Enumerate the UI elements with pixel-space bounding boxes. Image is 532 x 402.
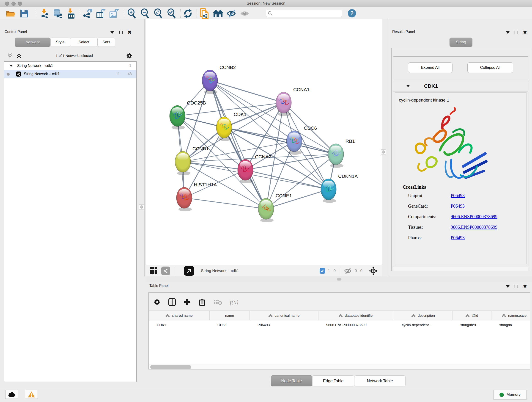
network-node-ccne1[interactable]: CCNE1 [258,193,292,222]
tab-network-table[interactable]: Network Table [354,375,405,386]
tab-select[interactable]: Select [70,38,98,47]
open-session-button[interactable] [6,9,16,18]
results-scrollbar[interactable] [393,267,528,271]
crosslink-link[interactable]: P06493 [451,193,465,198]
close-panel-icon[interactable]: ✖ [128,31,132,34]
collapse-all-button[interactable]: Collapse All [467,62,513,73]
horizontal-splitter-handle[interactable] [337,278,341,281]
table-cell[interactable]: P06493 [250,320,318,330]
save-session-button[interactable] [19,9,29,18]
export-image-button[interactable] [109,9,119,18]
search-box[interactable] [266,10,342,17]
home-layout-button[interactable] [213,9,223,18]
table-row[interactable]: CDK1CDK1P064939606.ENSP00000378699cyclin… [149,320,530,330]
memory-button[interactable]: Memory [493,390,527,400]
right-splitter[interactable] [388,19,388,276]
left-splitter-handle[interactable] [139,204,144,210]
network-edge[interactable] [184,198,266,209]
table-cell[interactable]: CDK1 [149,320,210,330]
network-canvas[interactable]: CCNB2CCNA1CDC25BCDK1CDC6RB1CCNB1CCNA2CDK… [146,19,382,265]
network-edge[interactable] [266,141,294,209]
table-cell[interactable]: stringdb [491,320,530,330]
import-network-button[interactable] [39,9,50,18]
column-header-canonical-name[interactable]: canonical name [250,311,318,320]
add-column-icon[interactable] [184,298,191,306]
column-header-shared-name[interactable]: shared name [149,311,210,320]
column-header-name[interactable]: name [210,311,250,320]
table-cell[interactable]: cyclin-dependent ... [394,320,452,330]
tab-sets[interactable]: Sets [98,38,115,47]
right-splitter-handle[interactable] [381,149,386,154]
column-header-database-identifier[interactable]: database identifier [318,311,394,320]
zoom-selected-button[interactable] [166,9,177,18]
network-edge[interactable] [210,80,284,103]
clone-network-button[interactable] [199,9,209,18]
tab-string-results[interactable]: String [450,38,472,47]
close-panel-icon[interactable]: ✖ [523,285,527,288]
network-node-cdkn1a[interactable]: CDKN1A [321,173,358,203]
zoom-fit-button[interactable] [153,9,163,18]
crosslink-link[interactable]: P06493 [451,235,465,240]
string-view-button[interactable] [161,267,170,275]
network-edge[interactable] [224,128,336,154]
network-collection-row[interactable]: String Network – cdk1 1 [4,62,136,70]
tab-node-table[interactable]: Node Table [271,375,312,386]
table-cell[interactable]: 9606.ENSP00000378699 [318,320,394,330]
network-graph[interactable]: CCNB2CCNA1CDC25BCDK1CDC6RB1CCNB1CCNA2CDK… [146,19,382,265]
scrollbar-thumb[interactable] [150,365,191,369]
crosslink-link[interactable]: P06493 [451,204,465,209]
table-cell[interactable]: CDK1 [210,320,250,330]
selected-checkbox[interactable] [320,268,325,274]
float-panel-icon[interactable] [515,285,518,288]
network-options-gear-icon[interactable] [127,53,133,59]
left-splitter[interactable] [144,19,145,276]
tree-expand-icon[interactable] [10,65,13,67]
export-network-button[interactable] [82,9,93,18]
float-panel-icon[interactable] [515,31,518,34]
export-table-button[interactable] [96,9,106,18]
open-in-window-button[interactable] [184,266,194,276]
collapse-card-icon[interactable] [406,85,410,87]
network-node-hist1h1a[interactable]: HIST1H1A [177,182,217,211]
column-header-namespace[interactable]: namespace [491,311,530,320]
tab-edge-table[interactable]: Edge Table [312,375,354,386]
network-edge[interactable] [266,189,329,209]
protein-card-header[interactable]: CDK1 [393,81,528,91]
table-cell[interactable]: stringdb:9... [452,320,491,330]
column-header--id[interactable]: @id [452,311,491,320]
collapse-panel-icon[interactable] [506,32,510,34]
import-table-button[interactable] [66,9,76,18]
network-edge[interactable] [210,80,266,209]
zoom-out-button[interactable] [140,9,150,18]
import-network-from-database-button[interactable] [53,9,63,18]
show-all-button[interactable] [240,9,250,18]
network-edge[interactable] [245,170,329,189]
zoom-in-button[interactable] [127,9,137,18]
expand-all-button[interactable]: Expand All [408,62,452,73]
collapse-panel-icon[interactable] [110,32,114,34]
protein-structure-image[interactable] [405,106,495,191]
network-row-selected[interactable]: String Network – cdk1 11 48 [4,70,136,78]
crosslink-link[interactable]: 9606.ENSP00000378699 [451,214,497,219]
network-node-rb1[interactable]: RB1 [328,138,355,168]
close-panel-icon[interactable]: ✖ [523,31,527,34]
tab-network[interactable]: Network [15,38,51,47]
tab-style[interactable]: Style [51,38,70,47]
crosslink-link[interactable]: 9606.ENSP00000378699 [451,225,497,230]
collapse-panel-icon[interactable] [506,285,510,288]
table-options-gear-icon[interactable] [154,299,161,306]
warnings-button[interactable] [25,390,38,399]
help-button[interactable]: ? [348,9,356,17]
refresh-network-button[interactable] [183,9,193,18]
network-node-ccnb2[interactable]: CCNB2 [202,65,236,94]
table-horizontal-scrollbar[interactable] [149,364,530,369]
network-edge[interactable] [210,80,336,154]
hide-selected-button[interactable] [226,9,236,18]
column-header-description[interactable]: description [394,311,452,320]
expand-all-icon[interactable] [16,53,22,58]
delete-column-trash-icon[interactable] [199,298,206,306]
float-panel-icon[interactable] [119,31,123,34]
pan-mode-button[interactable] [368,266,378,276]
birdseye-toggle-button[interactable] [149,267,158,275]
show-columns-icon[interactable] [168,298,176,306]
